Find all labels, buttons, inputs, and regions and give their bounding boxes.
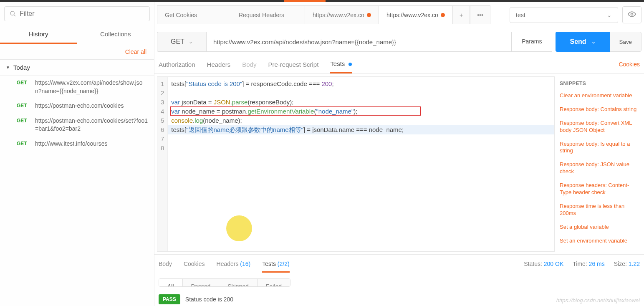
tab-label: https://www.v2ex.co	[386, 12, 438, 18]
svg-point-0	[10, 11, 14, 15]
snippet-item[interactable]: Response body: Contains string	[560, 106, 641, 113]
snippet-item[interactable]: Response body: Is equal to a string	[560, 141, 641, 155]
search-icon	[10, 10, 16, 17]
cookies-link[interactable]: Cookies	[619, 61, 640, 73]
tab-prerequest[interactable]: Pre-request Script	[268, 61, 318, 73]
history-item[interactable]: GET http://www.itest.info/courses	[0, 137, 154, 152]
label: Tests	[262, 260, 276, 267]
filter-skipped[interactable]: Skipped	[219, 279, 258, 287]
snippet-item[interactable]: Response time is less than 200ms	[560, 203, 641, 217]
method-select[interactable]: GET ⌄	[157, 32, 206, 52]
test-result-text: Status code is 200	[185, 296, 233, 303]
watermark: https://blog.csdn.net/shuijiaxiaowei	[556, 297, 640, 303]
filter-all[interactable]: All	[159, 279, 183, 287]
clear-all-link[interactable]: Clear all	[0, 44, 154, 60]
response-tab-tests[interactable]: Tests (2/2)	[262, 260, 289, 273]
filter-failed[interactable]: Failed	[258, 279, 290, 287]
tests-code-editor[interactable]: 1 2 3 4 5 6 7 8 tests["Status code is 20…	[157, 76, 555, 252]
snippets-panel: SNIPPETS Clear an environment variable R…	[556, 74, 644, 254]
method-badge: GET	[17, 117, 29, 124]
snippets-title: SNIPPETS	[560, 81, 641, 86]
line-number: 3	[161, 98, 164, 107]
time-label: Time:	[573, 260, 587, 267]
params-button[interactable]: Params	[512, 32, 552, 52]
label: Headers	[217, 260, 239, 267]
request-tab[interactable]: https://www.v2ex.co	[305, 5, 379, 24]
history-item[interactable]: GET https://www.v2ex.com/api/nodes/show.…	[0, 76, 154, 99]
request-tab[interactable]: Request Headers	[231, 5, 305, 24]
dirty-dot-icon	[441, 13, 445, 17]
eye-icon	[628, 10, 636, 18]
send-label: Send	[570, 38, 586, 46]
status-value: 200 OK	[544, 260, 563, 267]
snippet-item[interactable]: Response headers: Content-Type header ch…	[560, 182, 641, 196]
count: (16)	[240, 260, 250, 267]
send-button[interactable]: Send ⌄	[556, 32, 609, 52]
tab-tests[interactable]: Tests	[330, 60, 351, 73]
snippet-item[interactable]: Set a global variable	[560, 224, 641, 231]
svg-point-2	[631, 13, 633, 15]
request-tab[interactable]: Get Cookies	[157, 5, 231, 24]
time-value: 26 ms	[589, 260, 605, 267]
cursor-highlight-icon	[226, 215, 252, 241]
pass-badge: PASS	[159, 294, 180, 304]
new-tab-button[interactable]: +	[452, 5, 470, 24]
modified-dot-icon	[349, 63, 352, 66]
main: Get Cookies Request Headers https://www.…	[154, 2, 644, 306]
sidebar-tabs: History Collections	[0, 25, 154, 44]
line-number: 6	[161, 125, 164, 134]
snippet-item[interactable]: Clear an environment variable	[560, 92, 641, 99]
filter-input[interactable]	[20, 10, 144, 18]
tab-tests-label: Tests	[330, 60, 345, 67]
history-item[interactable]: GET https://postman-echo.com/cookies/set…	[0, 114, 154, 137]
tab-label: Request Headers	[239, 12, 284, 18]
tab-authorization[interactable]: Authorization	[159, 61, 195, 73]
environment-select[interactable]: test ⌄	[510, 7, 618, 23]
history-item[interactable]: GET https://postman-echo.com/cookies	[0, 99, 154, 114]
line-number: 2	[161, 89, 164, 98]
snippet-item[interactable]: Response body: JSON value check	[560, 161, 641, 175]
history-url: http://www.itest.info/courses	[35, 140, 108, 148]
environment-quicklook-button[interactable]	[622, 6, 641, 23]
method-badge: GET	[17, 79, 29, 86]
sidebar: History Collections Clear all ▼ Today GE…	[0, 2, 154, 306]
url-input[interactable]	[206, 32, 512, 52]
response-tab-headers[interactable]: Headers (16)	[217, 260, 251, 271]
tab-headers[interactable]: Headers	[207, 61, 231, 73]
filter-box[interactable]	[4, 6, 150, 21]
chevron-down-icon: ⌄	[189, 39, 193, 45]
response-tab-body[interactable]: Body	[159, 260, 172, 271]
sidebar-tab-collections[interactable]: Collections	[77, 25, 154, 44]
history-url: https://postman-echo.com/cookies	[35, 102, 124, 110]
tab-label: https://www.v2ex.co	[313, 12, 364, 18]
sidebar-tab-history[interactable]: History	[0, 25, 77, 44]
line-number: 8	[161, 144, 164, 153]
code-content[interactable]: tests["Status code is 200"] = responseCo…	[168, 77, 554, 251]
history-today-header[interactable]: ▼ Today	[0, 60, 154, 76]
tab-menu-button[interactable]: •••	[470, 5, 490, 24]
method-badge: GET	[17, 102, 29, 109]
response-tab-cookies[interactable]: Cookies	[184, 260, 205, 271]
history-url: https://www.v2ex.com/api/nodes/show.json…	[35, 79, 148, 95]
caret-down-icon: ▼	[6, 65, 10, 70]
size-value: 1.22	[629, 260, 640, 267]
method-value: GET	[171, 38, 184, 46]
editor-row: 1 2 3 4 5 6 7 8 tests["Status code is 20…	[154, 74, 644, 254]
chevron-down-icon: ⌄	[591, 39, 596, 45]
today-label: Today	[13, 64, 30, 71]
size-label: Size:	[614, 260, 627, 267]
environment-value: test	[516, 12, 525, 18]
response-tabs: Body Cookies Headers (16) Tests (2/2) St…	[154, 254, 644, 273]
line-number: 1	[161, 79, 164, 89]
request-tab[interactable]: https://www.v2ex.co	[379, 5, 453, 24]
tab-label: Get Cookies	[165, 12, 197, 18]
snippet-item[interactable]: Set an environment variable	[560, 238, 641, 245]
count: (2/2)	[278, 260, 290, 267]
line-number: 7	[161, 134, 164, 144]
filter-passed[interactable]: Passed	[183, 279, 220, 287]
snippet-item[interactable]: Response body: Convert XML body JSON Obj…	[560, 120, 641, 134]
tab-body[interactable]: Body	[242, 61, 256, 73]
save-button[interactable]: Save	[610, 32, 641, 52]
test-filter-row: All Passed Skipped Failed	[159, 278, 290, 287]
chevron-down-icon: ⌄	[607, 12, 612, 18]
